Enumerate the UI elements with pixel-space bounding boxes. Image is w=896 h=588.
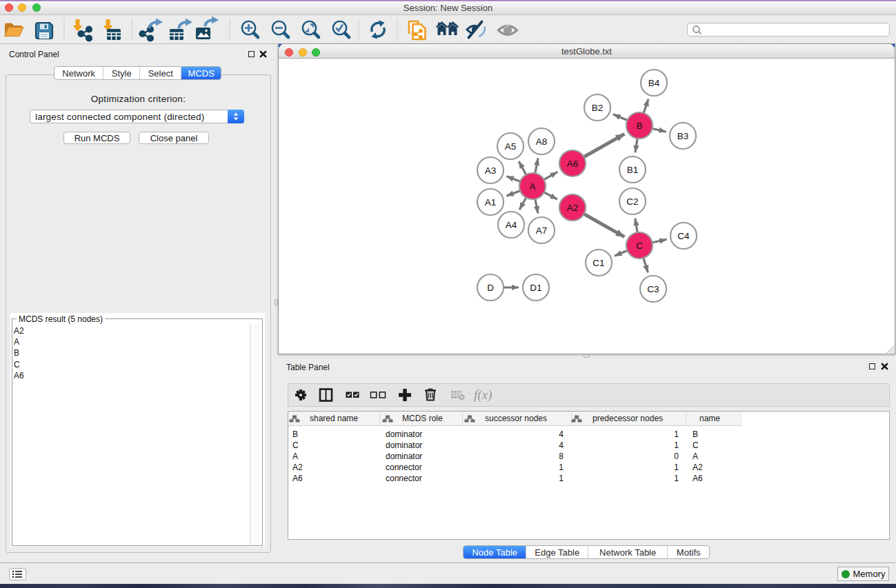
svg-text:A3: A3 [485,165,497,176]
svg-text:B4: B4 [648,78,660,88]
svg-text:A7: A7 [536,225,548,236]
svg-text:f(x): f(x) [474,387,492,403]
svg-text:D: D [487,283,494,293]
svg-text:A4: A4 [506,220,517,230]
svg-text:D1: D1 [530,283,541,293]
svg-text:A: A [529,181,535,192]
svg-text:A8: A8 [536,136,548,147]
svg-text:B1: B1 [627,165,639,175]
svg-text:A6: A6 [567,159,579,169]
svg-text:B3: B3 [677,131,689,141]
svg-text:A2: A2 [567,203,579,213]
svg-text:A1: A1 [485,197,497,207]
svg-text:C1: C1 [593,258,604,268]
svg-text:C2: C2 [626,196,638,207]
svg-text:B: B [636,121,642,131]
svg-text:A5: A5 [505,141,517,152]
svg-text:B2: B2 [592,103,604,113]
svg-text:C: C [636,241,643,251]
svg-text:C4: C4 [677,231,690,241]
svg-text:C3: C3 [647,284,659,294]
